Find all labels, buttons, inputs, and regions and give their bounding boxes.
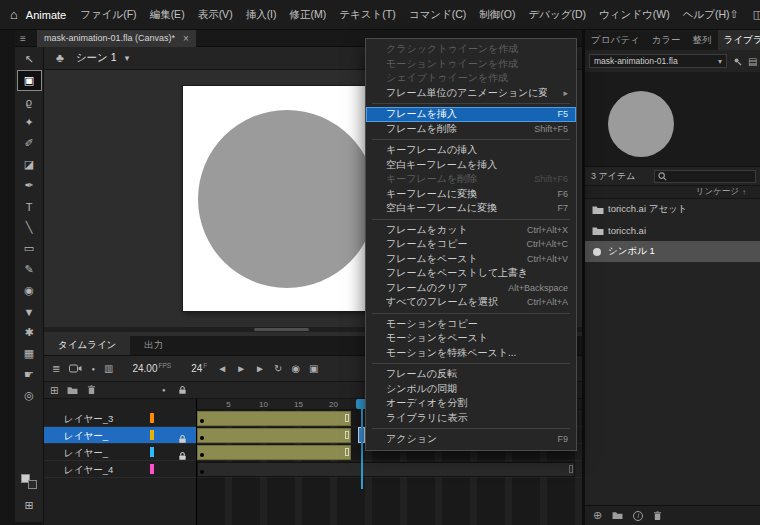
panel-tab-プロパティ[interactable]: プロパティ [585, 30, 646, 50]
context-menu-item[interactable]: フレームを削除Shift+F5 [366, 122, 576, 137]
context-menu-item[interactable]: 空白キーフレームに変換F7 [366, 201, 576, 216]
scrollbar-thumb[interactable] [254, 328, 309, 331]
selection-tool[interactable]: ↖ [17, 49, 42, 70]
menubar-item[interactable]: 制御(O) [479, 8, 515, 22]
context-menu-item[interactable]: ライブラリに表示 [366, 411, 576, 426]
context-menu-item[interactable]: オーディオを分割 [366, 396, 576, 411]
context-menu-item[interactable]: フレームをペーストCtrl+Alt+V [366, 252, 576, 267]
layer-frames-row[interactable] [197, 461, 583, 478]
menubar-item[interactable]: デバッグ(D) [528, 8, 586, 22]
workspace-icon[interactable]: ◫ [753, 8, 760, 21]
context-menu-item[interactable]: モーションをコピー [366, 317, 576, 332]
menubar-item[interactable]: ファイル(F) [80, 8, 136, 22]
layer-row[interactable]: レイヤー_4 [44, 461, 196, 478]
menubar-item[interactable]: 表示(V) [198, 8, 233, 22]
pen-tool[interactable]: ✒ [17, 175, 42, 196]
current-frame-readout[interactable]: 24F [191, 362, 207, 374]
step-back-icon[interactable]: ◄ [217, 363, 227, 374]
library-item[interactable]: シンボル 1 [585, 241, 760, 262]
scene-name[interactable]: シーン 1 [76, 51, 117, 65]
new-library-panel-icon[interactable]: ▤ [748, 56, 757, 67]
context-menu-item[interactable]: フレームのクリアAlt+Backspace [366, 281, 576, 296]
library-search[interactable] [654, 170, 756, 183]
stage-circle-shape[interactable] [198, 110, 376, 288]
pin-library-icon[interactable] [733, 57, 742, 66]
rectangle-tool[interactable]: ▭ [17, 238, 42, 259]
panel-tab-ライブラリ[interactable]: ライブラリ [718, 30, 760, 50]
layer-lock-toggle[interactable] [178, 430, 188, 441]
library-column-header[interactable]: リンケージ ↑ [585, 185, 760, 199]
tab-タイムライン[interactable]: タイムライン [44, 335, 130, 355]
frame-span[interactable] [197, 462, 575, 477]
item-properties-button[interactable]: i [633, 511, 643, 521]
show-hide-all-toggle[interactable]: ● [162, 387, 166, 393]
play-icon[interactable]: ► [236, 363, 246, 374]
layer-row[interactable]: レイヤー_ [44, 427, 196, 444]
asset-warp-tool[interactable]: ✱ [17, 322, 42, 343]
tab-close-icon[interactable]: × [183, 33, 189, 44]
frame-stats-icon[interactable]: ▥ [104, 363, 113, 374]
fluid-brush-tool[interactable]: ✦ [17, 112, 42, 133]
menubar-item[interactable]: テキスト(T) [339, 8, 395, 22]
context-menu-item[interactable]: モーションをペースト [366, 331, 576, 346]
edit-multiple-frames-icon[interactable]: ▣ [309, 363, 318, 374]
step-forward-icon[interactable]: ► [255, 363, 265, 374]
zoom-tool[interactable]: ◎ [17, 385, 42, 406]
context-menu-item[interactable]: 空白キーフレームを挿入 [366, 158, 576, 173]
layer-lock-toggle[interactable] [178, 447, 188, 458]
classic-brush-tool[interactable]: ✐ [17, 133, 42, 154]
paint-bucket-tool[interactable]: ◉ [17, 280, 42, 301]
color-swatches[interactable] [21, 474, 37, 489]
library-document-select[interactable]: mask-animation-01.fla ▾ [589, 54, 727, 68]
frame-rate-readout[interactable]: 24.00FPS [132, 362, 171, 374]
new-folder-button[interactable] [612, 511, 623, 520]
layer-row[interactable]: レイヤー_3 [44, 410, 196, 427]
layer-lock-toggle[interactable] [178, 413, 188, 424]
panel-tab-整列[interactable]: 整列 [687, 30, 718, 50]
eyedropper-tool[interactable]: ▼ [17, 301, 42, 322]
line-tool[interactable]: ╲ [17, 217, 42, 238]
menubar-item[interactable]: ヘルプ(H) [683, 8, 730, 22]
hand-tool[interactable]: ☛ [17, 364, 42, 385]
delete-item-button[interactable] [653, 511, 662, 521]
free-transform-tool[interactable]: ▣ [17, 70, 42, 91]
layer-lock-toggle[interactable] [178, 464, 188, 475]
layer-row[interactable]: レイヤー_ [44, 444, 196, 461]
new-symbol-button[interactable]: ⊕ [593, 509, 602, 522]
context-menu-item[interactable]: フレームをペーストして上書き [366, 266, 576, 281]
menubar-item[interactable]: 編集(E) [150, 8, 185, 22]
stroke-swatch[interactable] [28, 480, 37, 489]
panel-tab-カラー[interactable]: カラー [646, 30, 687, 50]
eraser-tool[interactable]: ◪ [17, 154, 42, 175]
frame-span[interactable] [197, 428, 351, 443]
onion-skin-icon[interactable]: ◉ [291, 363, 300, 374]
library-item[interactable]: toricch.ai アセット [585, 199, 760, 220]
new-layer-button[interactable]: ⊞ [50, 385, 58, 396]
text-tool[interactable]: T [17, 196, 42, 217]
new-folder-button-timeline[interactable] [67, 386, 78, 395]
context-menu-item[interactable]: キーフレームの挿入 [366, 143, 576, 158]
share-icon[interactable]: ⇧ [729, 8, 738, 21]
frame-span[interactable] [197, 411, 351, 426]
scene-dropdown-icon[interactable]: ▾ [125, 53, 130, 63]
camera-tool[interactable]: ▦ [17, 343, 42, 364]
menubar-item[interactable]: 挿入(I) [246, 8, 277, 22]
frame-span[interactable] [197, 445, 351, 460]
context-menu-item[interactable]: キーフレームに変換F6 [366, 187, 576, 202]
library-item[interactable]: toricch.ai [585, 220, 760, 241]
tab-list-icon[interactable]: ≡ [15, 33, 31, 44]
menubar-item[interactable]: コマンド(C) [409, 8, 467, 22]
context-menu-item[interactable]: フレーム単位のアニメーションに変換▸ [366, 86, 576, 101]
menubar-item[interactable]: ウィンドウ(W) [599, 8, 670, 22]
camera-icon[interactable] [69, 364, 82, 373]
home-icon[interactable]: ⌂ [10, 7, 18, 22]
context-menu-item[interactable]: フレームをコピーCtrl+Alt+C [366, 237, 576, 252]
context-menu-item[interactable]: すべてのフレームを選択Ctrl+Alt+A [366, 295, 576, 310]
menubar-item[interactable]: 修正(M) [290, 8, 327, 22]
document-tab[interactable]: mask-animation-01.fla (Canvas)* × [37, 30, 196, 47]
context-menu-item[interactable]: シンボルの同期 [366, 382, 576, 397]
lock-all-toggle[interactable] [178, 385, 187, 395]
library-search-input[interactable] [670, 170, 752, 182]
layers-panel-icon[interactable]: ≣ [52, 363, 60, 374]
context-menu-item[interactable]: モーションを特殊ペースト... [366, 346, 576, 361]
